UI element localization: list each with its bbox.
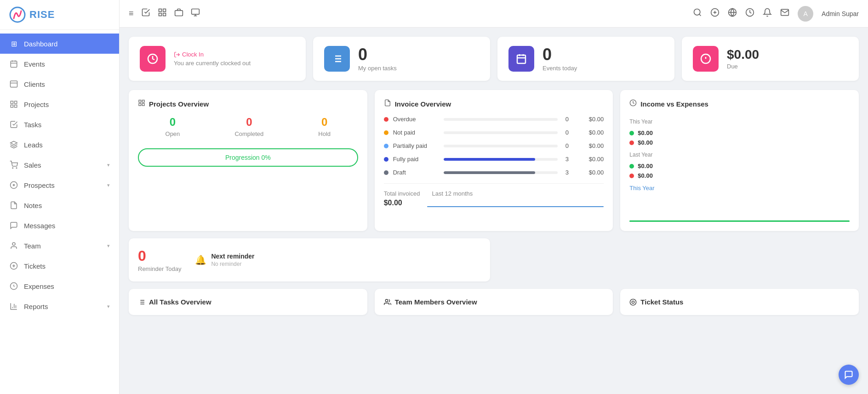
projects-open: 0 Open (166, 116, 180, 137)
reminder-card: 0 Reminder Today 🔔 Next reminder No remi… (129, 238, 490, 281)
reminder-next-title: Next reminder (211, 253, 254, 260)
invoice-bar-bg (444, 171, 558, 174)
team-members-card: Team Members Overview (375, 289, 613, 315)
invoice-row-label: Fully paid (393, 156, 439, 163)
sidebar-item-reports[interactable]: Reports ▾ (0, 296, 119, 316)
sidebar-item-clients[interactable]: Clients (0, 74, 119, 94)
sidebar-item-label: Clients (24, 80, 45, 88)
team-members-title: Team Members Overview (384, 298, 604, 306)
menu-icon[interactable]: ≡ (129, 9, 134, 18)
this-year-income: $0.00 (638, 129, 653, 136)
chart-line (629, 220, 850, 222)
second-row: 0 Reminder Today 🔔 Next reminder No remi… (129, 238, 859, 281)
events-label: Events today (542, 65, 663, 72)
sidebar-item-leads[interactable]: Leads (0, 135, 119, 155)
sidebar-item-tickets[interactable]: Tickets (0, 256, 119, 276)
svg-point-25 (694, 9, 700, 15)
all-tasks-title: All Tasks Overview (138, 298, 358, 306)
projects-stats: 0 Open 0 Completed 0 Hold (138, 116, 358, 137)
this-year-expense: $0.00 (638, 139, 653, 146)
topbar-left: ≡ (129, 8, 200, 19)
svg-point-59 (385, 299, 388, 302)
invoice-overview-heading: Invoice Overview (395, 100, 451, 108)
stats-row: Clock In You are currently clocked out 0… (129, 37, 859, 81)
sidebar-item-team[interactable]: Team ▾ (0, 236, 119, 256)
notification-icon[interactable] (763, 8, 772, 19)
svg-rect-10 (15, 105, 17, 107)
clock-icon[interactable] (745, 8, 754, 19)
sidebar-item-label: Dashboard (24, 40, 57, 48)
last-year-expense-row: $0.00 (629, 172, 850, 179)
chat-bubble[interactable] (839, 365, 859, 385)
invoice-row: Partially paid 0 $0.00 (384, 142, 604, 149)
sidebar-item-label: Reports (24, 303, 48, 310)
bottom-row: All Tasks Overview Team Members Overview… (129, 289, 859, 315)
svg-point-14 (12, 242, 15, 245)
add-icon[interactable] (710, 8, 720, 19)
progression-button[interactable]: Progression 0% (138, 148, 358, 167)
team-arrow: ▾ (107, 243, 110, 249)
check-icon[interactable] (141, 8, 150, 19)
invoice-row-label: Partially paid (393, 142, 439, 149)
projects-overview-title: Projects Overview (138, 99, 358, 108)
team-members-heading: Team Members Overview (395, 298, 477, 306)
svg-rect-1 (11, 61, 17, 68)
invoice-row: Overdue 0 $0.00 (384, 116, 604, 123)
invoice-row-count: 3 (562, 156, 571, 163)
tickets-icon (9, 261, 18, 270)
second-row-spacer (497, 238, 859, 281)
projects-overview-heading: Projects Overview (149, 100, 209, 108)
invoice-row: Fully paid 3 $0.00 (384, 156, 604, 163)
grid-icon[interactable] (158, 8, 167, 19)
sidebar-item-expenses[interactable]: Expenses (0, 276, 119, 296)
invoice-row-amount: $0.00 (576, 142, 604, 149)
topbar-right: A Admin Supar (693, 6, 859, 22)
last-year-income-row: $0.00 (629, 163, 850, 169)
svg-rect-41 (517, 55, 525, 63)
svg-rect-5 (11, 81, 17, 87)
reports-arrow: ▾ (107, 304, 110, 310)
sidebar-item-events[interactable]: Events (0, 54, 119, 74)
clock-in-link[interactable]: Clock In (174, 51, 295, 58)
invoice-period-label: Last 12 months (432, 190, 604, 197)
projects-icon (9, 100, 18, 109)
income-expenses-card: Income vs Expenses This Year $0.00 $0.00… (620, 90, 859, 231)
sidebar-item-projects[interactable]: Projects (0, 94, 119, 114)
globe-icon[interactable] (728, 8, 737, 19)
sidebar-item-label: Sales (24, 161, 41, 169)
sidebar-item-sales[interactable]: Sales ▾ (0, 155, 119, 175)
sidebar-item-prospects[interactable]: Prospects ▾ (0, 175, 119, 195)
sidebar-item-messages[interactable]: Messages (0, 215, 119, 236)
dashboard-icon: ⊞ (9, 39, 18, 48)
sidebar-item-dashboard[interactable]: ⊞ Dashboard (0, 34, 119, 54)
sidebar-item-notes[interactable]: Notes (0, 195, 119, 215)
rise-logo-icon (9, 6, 26, 23)
sidebar-item-label: Expenses (24, 282, 54, 290)
projects-completed: 0 Completed (234, 116, 263, 137)
svg-rect-50 (139, 103, 141, 106)
chart-label: This Year (629, 185, 850, 191)
projects-overview-card: Projects Overview 0 Open 0 Completed 0 H… (129, 90, 367, 231)
invoice-row-dot (384, 117, 388, 122)
events-stat-content: 0 Events today (542, 46, 663, 72)
svg-point-13 (13, 185, 15, 186)
svg-point-11 (12, 168, 13, 169)
invoice-row-label: Overdue (393, 116, 439, 123)
ticket-status-card: Ticket Status (620, 289, 859, 315)
svg-rect-17 (159, 9, 161, 12)
search-icon[interactable] (693, 8, 702, 19)
this-year-income-row: $0.00 (629, 129, 850, 136)
svg-line-26 (699, 14, 701, 16)
briefcase-icon[interactable] (174, 8, 183, 19)
mail-icon[interactable] (780, 8, 789, 19)
stat-card-due: $0.00 Due (682, 37, 859, 81)
this-year-label: This Year (629, 118, 850, 125)
invoice-bar-bg (444, 118, 558, 121)
sidebar-item-tasks[interactable]: Tasks (0, 114, 119, 135)
invoice-bar-bg (444, 131, 558, 134)
due-label: Due (727, 63, 848, 70)
last-year-expense-dot (629, 174, 634, 178)
svg-rect-22 (191, 9, 199, 15)
monitor-icon[interactable] (191, 8, 200, 19)
projects-hold-count: 0 (318, 116, 331, 129)
